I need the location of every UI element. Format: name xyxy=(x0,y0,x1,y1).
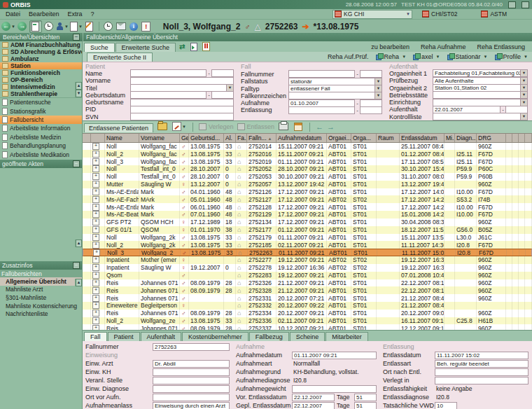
dropdown-profile[interactable]: Profile▼ xyxy=(495,53,528,60)
column-header-orga-[interactable]: Orga... xyxy=(351,134,377,142)
tab-aufenthalt[interactable]: Aufenthalt xyxy=(141,332,182,341)
table-row[interactable]: +Ms-AE-FachaMArk♂05.01.196048⌂275212717.… xyxy=(83,195,532,203)
expand-icon[interactable]: + xyxy=(92,287,99,294)
tage-input[interactable]: 51 xyxy=(354,402,377,409)
table-row[interactable]: +NollTestfall_int_0♂28.10.20070⌂27520533… xyxy=(83,173,532,181)
tab-fallbezug[interactable]: Fallbezug xyxy=(249,332,289,341)
column-header-blank[interactable] xyxy=(525,134,532,142)
time-button[interactable] xyxy=(103,21,114,32)
scroll-up-icon[interactable]: ▲ xyxy=(76,82,82,90)
action-zu-bearbeiten[interactable]: zu bearbeiten xyxy=(371,43,410,50)
sidebar-item-§301-mahnliste[interactable]: §301-Mahnliste xyxy=(0,293,82,302)
expand-icon[interactable]: + xyxy=(92,242,99,249)
table-row[interactable]: +ReisJohannes 071♂08.09.197928⌂275232821… xyxy=(83,286,532,294)
scroll-down-icon[interactable]: ▼ xyxy=(76,90,82,97)
sidebar-item-intensivmedizin[interactable]: Intensivmedizin xyxy=(0,83,82,90)
column-header-ge[interactable]: Ge xyxy=(180,134,189,142)
sidebar-item-arbeitsliste-medizin[interactable]: Arbeitsliste Medizin xyxy=(0,133,82,141)
station-indicator[interactable]: CHI/ST02 xyxy=(422,11,457,18)
table-row[interactable]: +GFS PT2QSOM HCH♀17.12.198918⌂275213417.… xyxy=(83,219,532,226)
expand-icon[interactable]: + xyxy=(92,204,99,211)
patient-search-button[interactable]: ▼ xyxy=(56,21,69,32)
tab-patient[interactable]: Patient xyxy=(108,332,140,341)
table-row[interactable]: +ReisJohannes 071♂08.09.197928⌂275233710… xyxy=(83,324,532,330)
aufnahmedatum-input[interactable]: 01.11.2007 09:21 xyxy=(292,352,377,359)
fallnummer-input[interactable]: 2752263 xyxy=(153,343,230,351)
entlassdatum-input[interactable]: 11.11.2007 15:02 xyxy=(435,352,528,359)
expand-icon[interactable]: + xyxy=(93,249,100,256)
sidebar-item-ambulanz[interactable]: Ambulanz xyxy=(0,55,82,62)
column-header-al-[interactable]: Al. xyxy=(224,134,236,142)
expand-icon[interactable]: + xyxy=(92,196,99,203)
tab-mitarbeiter[interactable]: Mitarbeiter xyxy=(326,332,368,341)
column-header-diagn-[interactable]: Diagn... xyxy=(455,134,477,142)
column-header-entlassdatum[interactable]: Entlassdatum xyxy=(400,134,444,142)
column-header-falln-[interactable]: Falln...▲ xyxy=(247,134,276,142)
verlegt-in-input[interactable] xyxy=(435,377,528,384)
table-row[interactable]: +GFS 01/1QSOM♀01.01.197038⌂275217701.12.… xyxy=(83,226,532,234)
tab-fall[interactable]: Fall xyxy=(84,332,107,341)
table-row[interactable]: +Ms-AE-BeatMark♂07.01.196048⌂275212917.1… xyxy=(83,211,532,219)
expand-icon[interactable]: + xyxy=(92,256,99,263)
collapse-icon[interactable]: – xyxy=(73,34,80,41)
history-button[interactable] xyxy=(43,21,55,32)
dropdown-axel[interactable]: axel▼ xyxy=(413,53,440,60)
search-stop-button[interactable] xyxy=(201,43,211,51)
back-button[interactable]: ←▼ xyxy=(1,21,15,32)
column-header-name[interactable]: Name xyxy=(105,134,139,142)
tage-input[interactable]: 51 xyxy=(354,394,377,401)
expand-icon[interactable]: + xyxy=(92,158,99,165)
dropdown-reha[interactable]: Reha▼ xyxy=(376,53,406,60)
sidebar-item-mahnliste-arzt[interactable]: Mahnliste Arzt xyxy=(0,286,82,294)
overview-scrollbar[interactable]: ▲ xyxy=(75,279,82,286)
sidebar-item-patientensuche[interactable]: Patientensuche xyxy=(0,98,82,106)
table-row[interactable]: +Qsom♂⌂275228319.12.2007 09:21ABT01ST010… xyxy=(83,272,532,279)
expand-icon[interactable]: + xyxy=(92,325,99,330)
search-swap-button[interactable]: ⇄ xyxy=(177,43,187,51)
expand-icon[interactable]: + xyxy=(92,295,99,302)
expand-icon[interactable]: + xyxy=(92,310,99,317)
table-row[interactable]: +Noll_2Wolfgang_ze♂13.08.197533⌂27523360… xyxy=(83,317,532,325)
open-folder-button[interactable] xyxy=(158,123,167,131)
expand-icon[interactable]: + xyxy=(92,143,99,150)
sidebar-item-fall-bersicht[interactable]: Fallübersicht xyxy=(0,116,82,124)
expand-icon[interactable]: + xyxy=(92,165,99,172)
minimize-window-icon[interactable] xyxy=(508,1,516,8)
table-row[interactable]: +NollTestfall_int_0♂28.10.20070⌂27520522… xyxy=(83,165,532,173)
sidebar-item-arbeitsliste-information[interactable]: Arbeitsliste Information xyxy=(0,124,82,132)
vor-entlassdatum-input[interactable]: 22.12.2007 xyxy=(292,394,335,401)
gepl-entlassdatum-input[interactable]: 22.12.2007 xyxy=(292,402,335,409)
expand-icon[interactable]: + xyxy=(92,151,99,158)
column-header-blank[interactable] xyxy=(83,134,91,142)
expand-icon[interactable]: + xyxy=(92,211,99,218)
expand-icon[interactable]: + xyxy=(92,272,99,279)
sidebar-item-funktionsbereich[interactable]: Funktionsbereich xyxy=(0,69,82,76)
column-header-vorname[interactable]: Vorname xyxy=(139,134,180,142)
column-header-aufnahmedatum[interactable]: Aufnahmedatum xyxy=(276,134,327,142)
sidebar-item-allgemeine-bersicht[interactable]: Allgemeine Übersicht xyxy=(0,277,82,286)
sidebar-item-mahnliste-kostensicherung[interactable]: Mahnliste Kostensicherung xyxy=(0,302,82,310)
table-row[interactable]: +NollWolfgang_2k♂13.08.197533⌂275217901.… xyxy=(83,234,532,242)
info-button[interactable]: i xyxy=(128,21,139,32)
einw-kh-input[interactable] xyxy=(153,368,230,376)
table-row[interactable]: +InpatientMother (emer♀⌂275227719.12.200… xyxy=(83,256,532,264)
column-header-drg[interactable]: DRG xyxy=(477,134,506,142)
table-row[interactable]: +Noll_3Wolfgang_fac♂13.08.197533⌂2752019… xyxy=(83,158,532,165)
table-row[interactable]: +EineweitereBegleitperson♀⌂275233220.12.… xyxy=(83,302,532,310)
action-reha-auf-pruef[interactable]: Reha Auf.Prüf. xyxy=(328,53,369,60)
tab-kosten-bernehmer[interactable]: Kostenübernehmer xyxy=(182,332,248,341)
table-row[interactable]: +ReisJohannes 071♂08.09.197928⌂275232621… xyxy=(83,279,532,287)
column-header-geburtsd-[interactable]: Geburtsd... xyxy=(189,134,224,142)
workspace-combobox[interactable]: KG CHI ▼ xyxy=(332,10,412,19)
aufnahmegewicht-input[interactable] xyxy=(292,385,377,393)
calendar-button[interactable] xyxy=(293,123,303,131)
expand-icon[interactable]: + xyxy=(92,173,99,180)
menu-item-extra[interactable]: Extra xyxy=(64,11,87,18)
aufnahmeanlass-input[interactable]: Einweisung durch einen Arzt xyxy=(153,402,230,409)
sidebar-scrollbar[interactable]: ▲ ▼ xyxy=(75,82,82,97)
sidebar-item-stationsgrafik[interactable]: Stationsgrafik xyxy=(0,106,82,115)
table-row[interactable]: +Ms-AE-EntlaMark♂04.01.196048⌂275212617.… xyxy=(83,188,532,196)
expand-icon[interactable]: + xyxy=(92,302,99,309)
sidebar-item-station[interactable]: Station xyxy=(0,62,82,69)
entlassen-button[interactable]: Entlassen xyxy=(237,123,275,130)
